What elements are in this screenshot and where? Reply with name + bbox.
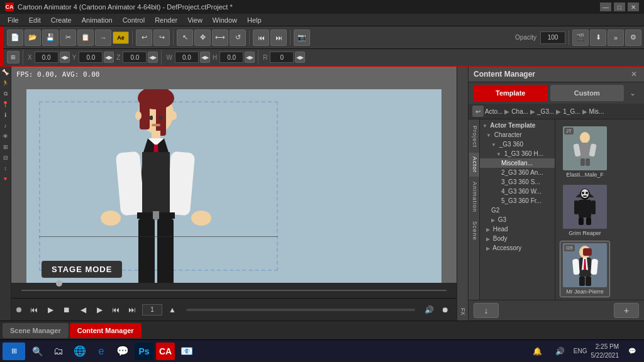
render-button[interactable]: 🎬 <box>572 30 589 46</box>
z-toggle[interactable]: ◀▶ <box>148 52 158 63</box>
tree-item-g2[interactable]: G2 <box>480 206 555 215</box>
playback-bar[interactable] <box>186 309 415 311</box>
next-frame-button[interactable]: ▶ <box>93 304 106 316</box>
menu-animation[interactable]: Animation <box>77 15 118 25</box>
tool-extra4[interactable]: 🔻 <box>1 175 10 184</box>
cut-button[interactable]: ✂ <box>60 30 76 46</box>
taskbar-ca[interactable]: CA <box>156 343 175 360</box>
camera-button[interactable]: 📷 <box>294 30 310 46</box>
cm-download-button[interactable]: ↓ <box>474 303 499 318</box>
tool-info[interactable]: ℹ <box>1 111 10 119</box>
open-button[interactable]: 📂 <box>25 30 41 46</box>
side-tab-scene[interactable]: Scene <box>469 217 479 244</box>
prev-key-button[interactable]: ⏮ <box>253 30 269 46</box>
breadcrumb-back-button[interactable]: ↩ <box>472 106 484 117</box>
rotate-button[interactable]: ↺ <box>230 30 246 46</box>
minimize-button[interactable]: — <box>600 3 611 11</box>
record-button[interactable]: ⏺ <box>439 304 452 316</box>
tree-item-body[interactable]: ▶ Body <box>480 234 555 243</box>
next-key-button[interactable]: ⏭ <box>270 30 287 46</box>
tree-item-3g3-360s[interactable]: 3_G3 360 S... <box>480 177 555 187</box>
menu-edit[interactable]: Edit <box>24 15 46 25</box>
tree-item-2g3-360an[interactable]: 2_G3 360 An... <box>480 168 555 177</box>
canvas-area[interactable]: FPS: 0.00, AVG: 0.00 <box>11 67 457 321</box>
cm-close-button[interactable]: ✕ <box>629 69 639 79</box>
tool-extra2[interactable]: ⊟ <box>1 153 10 162</box>
w-toggle[interactable]: ◀▶ <box>200 52 210 63</box>
tab-scene-manager[interactable]: Scene Manager <box>3 323 69 338</box>
next-keyframe-button[interactable]: ⏭ <box>126 304 138 316</box>
notification-button[interactable]: 🔔 <box>528 343 547 360</box>
grid-toggle[interactable]: ⊞ <box>7 51 19 63</box>
frame-input[interactable] <box>142 304 162 315</box>
tool-music[interactable]: ♪ <box>1 121 10 130</box>
taskbar-chrome[interactable]: 🌐 <box>70 343 89 360</box>
tab-custom[interactable]: Custom <box>550 85 625 101</box>
taskbar-whatsapp[interactable]: 💬 <box>113 343 132 360</box>
side-tab-animation[interactable]: Animation <box>469 178 479 216</box>
select-button[interactable]: ↖ <box>177 30 193 46</box>
tool-extra1[interactable]: ⊞ <box>1 143 10 151</box>
menu-window[interactable]: Window <box>208 15 242 25</box>
h-input[interactable] <box>219 52 243 63</box>
x-toggle[interactable]: ◀▶ <box>60 52 70 63</box>
undo-button[interactable]: ↩ <box>136 30 152 46</box>
scale-button[interactable]: ⟷ <box>212 30 228 46</box>
cm-add-button[interactable]: + <box>614 303 639 318</box>
settings-button[interactable]: ⚙ <box>625 30 641 46</box>
start-button[interactable]: ⊞ <box>3 343 25 360</box>
menu-help[interactable]: Help <box>242 15 267 25</box>
close-button[interactable]: ✕ <box>628 3 639 11</box>
side-tab-actor[interactable]: Actor <box>469 153 479 177</box>
tree-item-1g3-360h[interactable]: ▼ 1_G3 360 H... <box>480 149 555 158</box>
maximize-button[interactable]: □ <box>614 3 625 11</box>
bc-item-4[interactable]: Mis... <box>589 108 604 115</box>
save-button[interactable]: 💾 <box>42 30 58 46</box>
volume-button[interactable]: 🔊 <box>551 343 570 360</box>
tool-pin[interactable]: 📍 <box>1 100 10 109</box>
tree-item-g3-360[interactable]: ▼ _G3 360 <box>480 140 555 149</box>
redo-button[interactable]: ↪ <box>153 30 170 46</box>
menu-file[interactable]: File <box>3 15 24 25</box>
search-button[interactable]: 🔍 <box>28 343 47 360</box>
fx-label[interactable]: FX <box>458 305 467 318</box>
paste-button[interactable]: 📋 <box>77 30 94 46</box>
tree-item-character[interactable]: ▼ Character <box>480 130 555 140</box>
menu-render[interactable]: Render <box>150 15 182 25</box>
grid-item-1[interactable]: Grim Reaper <box>560 182 610 239</box>
scrubber-line[interactable] <box>21 290 447 291</box>
prev-keyframe-button[interactable]: ⏮ <box>109 304 122 316</box>
grid-item-2[interactable]: G5 Mr Jean-Pierre <box>560 241 610 297</box>
tool-bone[interactable]: 🦴 <box>1 68 10 77</box>
tree-item-actor-template[interactable]: ▼ Actor Template <box>480 121 555 130</box>
go-start-button[interactable]: ⏮ <box>28 304 40 316</box>
prev-frame-button[interactable]: ◀ <box>77 304 89 316</box>
menu-control[interactable]: Control <box>118 15 150 25</box>
tool-eye[interactable]: 👁 <box>1 132 10 141</box>
move-button[interactable]: ✥ <box>194 30 211 46</box>
arrow-button[interactable]: → <box>95 30 111 46</box>
z-input[interactable] <box>123 52 147 63</box>
ae-button[interactable]: Ae <box>113 31 129 44</box>
export-button[interactable]: ⬇ <box>590 30 606 46</box>
bc-item-0[interactable]: Acto... <box>485 108 502 115</box>
grid-item-0[interactable]: JT Elasti...Male_F <box>560 124 610 180</box>
taskbar-extra[interactable]: 📧 <box>177 343 196 360</box>
scrubber-area[interactable] <box>11 283 457 298</box>
tree-item-g3[interactable]: ▶ G3 <box>480 215 555 224</box>
tool-extra3[interactable]: ↕ <box>1 164 10 173</box>
side-tab-project[interactable]: Project <box>469 122 479 151</box>
y-input[interactable] <box>79 52 103 63</box>
bc-item-1[interactable]: Cha... <box>511 108 528 115</box>
tab-template[interactable]: Template <box>474 85 548 101</box>
tree-item-5g3-360fr[interactable]: 5_G3 360 Fr... <box>480 196 555 206</box>
opacity-input[interactable] <box>540 31 565 44</box>
menu-create[interactable]: Create <box>46 15 77 25</box>
menu-view[interactable]: View <box>182 15 208 25</box>
notification-center[interactable]: 💬 <box>623 343 641 360</box>
audio-button[interactable]: 🔊 <box>423 304 435 316</box>
bc-item-2[interactable]: _G3... <box>537 108 554 115</box>
cm-expand-button[interactable]: ⌄ <box>626 87 639 99</box>
r-input[interactable] <box>270 52 294 63</box>
play-button[interactable]: ▶ <box>44 304 57 316</box>
